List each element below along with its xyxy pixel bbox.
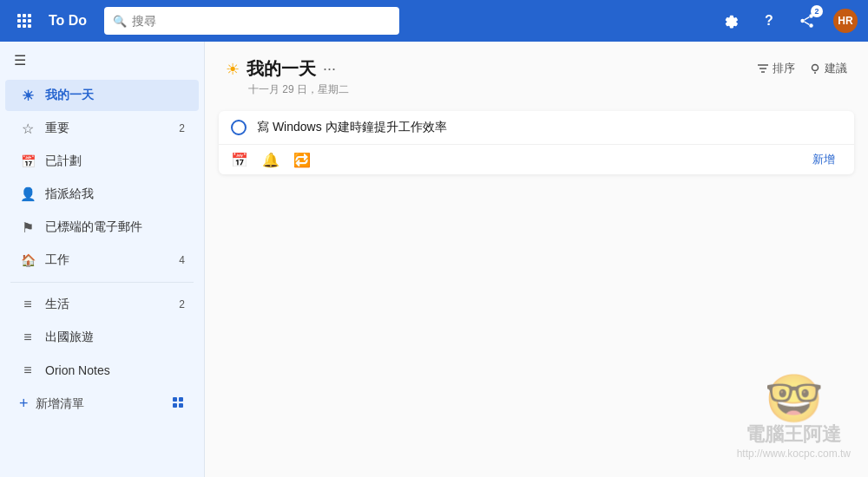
sidebar-item-assigned[interactable]: 👤 指派給我 bbox=[5, 179, 199, 210]
task-add-button[interactable]: 新增 bbox=[806, 150, 842, 169]
topbar-icons: ? 2 HR bbox=[719, 9, 858, 33]
list-icon-travel: ≡ bbox=[19, 330, 36, 345]
svg-rect-6 bbox=[17, 24, 21, 28]
add-list-secondary-icon bbox=[171, 395, 185, 412]
nav-label-orion-notes: Orion Notes bbox=[45, 363, 185, 377]
nav-label-my-day: 我的一天 bbox=[45, 88, 185, 103]
life-badge: 2 bbox=[179, 298, 185, 310]
content-sun-icon: ☀ bbox=[226, 60, 240, 79]
add-icon: + bbox=[19, 395, 29, 413]
search-input[interactable] bbox=[104, 7, 399, 35]
sort-button[interactable]: 排序 bbox=[757, 61, 795, 76]
nav-label-planned: 已計劃 bbox=[45, 154, 185, 169]
sidebar-item-life[interactable]: ≡ 生活 2 bbox=[5, 289, 199, 320]
task-actions-row: 📅 🔔 🔁 新增 bbox=[219, 144, 854, 174]
content-header-actions: 排序 建議 bbox=[757, 61, 847, 76]
sidebar-item-my-day[interactable]: ☀ 我的一天 bbox=[5, 80, 199, 111]
topbar: To Do 🔍 ? 2 HR bbox=[0, 0, 868, 42]
main-layout: ☰ ☀ 我的一天 ☆ 重要 2 📅 已計劃 👤 指派給我 bbox=[0, 42, 868, 477]
list-icon-life: ≡ bbox=[19, 297, 36, 312]
svg-point-10 bbox=[800, 19, 805, 23]
add-list-label: 新增清單 bbox=[36, 396, 164, 412]
add-list-button[interactable]: + 新增清單 bbox=[5, 388, 199, 420]
svg-rect-14 bbox=[173, 397, 177, 402]
work-badge: 4 bbox=[179, 254, 185, 266]
star-icon: ☆ bbox=[19, 121, 36, 137]
svg-rect-0 bbox=[17, 14, 21, 17]
sidebar-item-flagged-email[interactable]: ⚑ 已標端的電子郵件 bbox=[5, 212, 199, 243]
task-input-row bbox=[219, 111, 854, 144]
sort-label: 排序 bbox=[773, 61, 795, 76]
task-complete-circle[interactable] bbox=[231, 120, 247, 135]
repeat-action-icon[interactable]: 🔁 bbox=[293, 152, 311, 168]
content-area: ☀ 我的一天 ··· 十一月 29 日，星期二 排序 bbox=[205, 42, 868, 477]
svg-point-21 bbox=[812, 65, 819, 71]
nav-divider bbox=[10, 282, 194, 283]
grid-icon[interactable] bbox=[10, 13, 38, 29]
sidebar-item-work[interactable]: 🏠 工作 4 bbox=[5, 245, 199, 276]
nav-label-work: 工作 bbox=[45, 252, 179, 268]
svg-rect-2 bbox=[28, 14, 31, 17]
reminder-action-icon[interactable]: 🔔 bbox=[262, 152, 279, 168]
content-menu-button[interactable]: ··· bbox=[323, 60, 336, 78]
flag-icon: ⚑ bbox=[19, 219, 36, 236]
svg-line-12 bbox=[805, 22, 810, 24]
list-icon-orion: ≡ bbox=[19, 363, 36, 378]
notification-badge: 2 bbox=[811, 5, 823, 17]
page-title: 我的一天 bbox=[247, 57, 316, 81]
svg-rect-3 bbox=[17, 19, 21, 23]
task-text-input[interactable] bbox=[257, 121, 842, 134]
content-title-area: ☀ 我的一天 ··· 十一月 29 日，星期二 bbox=[226, 57, 349, 97]
nav-label-assigned: 指派給我 bbox=[45, 186, 185, 202]
svg-rect-7 bbox=[23, 24, 26, 28]
sidebar-item-planned[interactable]: 📅 已計劃 bbox=[5, 146, 199, 177]
settings-button[interactable] bbox=[719, 9, 743, 33]
calendar-action-icon[interactable]: 📅 bbox=[231, 152, 248, 168]
search-wrapper: 🔍 bbox=[104, 7, 399, 35]
nav-label-life: 生活 bbox=[45, 297, 179, 312]
sidebar: ☰ ☀ 我的一天 ☆ 重要 2 📅 已計劃 👤 指派給我 bbox=[0, 42, 205, 477]
content-title-row: ☀ 我的一天 ··· bbox=[226, 57, 349, 81]
task-area: 📅 🔔 🔁 新增 bbox=[205, 104, 868, 477]
content-subtitle: 十一月 29 日，星期二 bbox=[248, 82, 349, 97]
app-title: To Do bbox=[49, 13, 87, 29]
suggest-label: 建議 bbox=[825, 61, 847, 76]
help-button[interactable]: ? bbox=[757, 9, 781, 33]
svg-rect-5 bbox=[28, 19, 31, 23]
nav-label-important: 重要 bbox=[45, 121, 179, 136]
hamburger-icon[interactable]: ☰ bbox=[14, 52, 26, 69]
important-badge: 2 bbox=[179, 122, 185, 134]
sidebar-item-important[interactable]: ☆ 重要 2 bbox=[5, 113, 199, 144]
sun-icon: ☀ bbox=[19, 88, 36, 104]
share-button[interactable]: 2 bbox=[795, 9, 819, 33]
svg-rect-16 bbox=[173, 403, 177, 408]
sidebar-header: ☰ bbox=[0, 42, 204, 79]
svg-rect-17 bbox=[179, 403, 183, 408]
svg-point-11 bbox=[809, 23, 813, 28]
svg-rect-15 bbox=[179, 397, 183, 402]
task-input-card: 📅 🔔 🔁 新增 bbox=[219, 111, 854, 174]
content-header: ☀ 我的一天 ··· 十一月 29 日，星期二 排序 bbox=[205, 42, 868, 104]
sidebar-item-orion-notes[interactable]: ≡ Orion Notes bbox=[5, 355, 199, 386]
sidebar-nav: ☀ 我的一天 ☆ 重要 2 📅 已計劃 👤 指派給我 ⚑ 已標端的電 bbox=[0, 79, 204, 421]
avatar[interactable]: HR bbox=[833, 9, 858, 33]
suggest-button[interactable]: 建議 bbox=[809, 61, 847, 76]
nav-label-travel: 出國旅遊 bbox=[45, 330, 185, 345]
calendar-icon: 📅 bbox=[19, 154, 36, 168]
person-icon: 👤 bbox=[19, 186, 36, 202]
svg-rect-1 bbox=[23, 14, 26, 17]
svg-rect-8 bbox=[28, 24, 31, 28]
svg-rect-4 bbox=[23, 19, 26, 23]
sidebar-item-travel[interactable]: ≡ 出國旅遊 bbox=[5, 322, 199, 353]
home-icon: 🏠 bbox=[19, 253, 36, 267]
nav-label-flagged-email: 已標端的電子郵件 bbox=[45, 219, 185, 235]
svg-line-13 bbox=[805, 17, 810, 20]
